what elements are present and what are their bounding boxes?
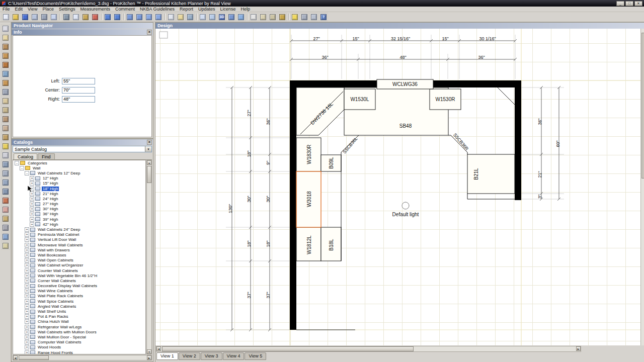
tree-expander-icon[interactable]: +: [25, 335, 29, 339]
select-tool-button[interactable]: [1, 24, 10, 33]
zoom-fit-button[interactable]: [154, 13, 163, 21]
tree-item-42-high[interactable]: +42" High: [13, 222, 145, 227]
menu-item-settings[interactable]: Settings: [56, 7, 78, 12]
import-button[interactable]: [30, 13, 39, 21]
menu-item-nkba-guidelines[interactable]: NKBA Guidelines: [137, 7, 177, 12]
tree-item-peninsula-wall-cabinet[interactable]: +Peninsula Wall Cabinet: [13, 232, 145, 237]
tree-expander-icon[interactable]: +: [25, 314, 29, 319]
tree-expander-icon[interactable]: +: [25, 289, 29, 293]
catalogs-close-icon[interactable]: ✕: [147, 140, 152, 145]
tree-expander-icon[interactable]: +: [30, 202, 34, 206]
menu-item-report[interactable]: Report: [177, 7, 196, 12]
tree-expander-icon[interactable]: +: [30, 222, 34, 227]
menu-item-updates[interactable]: Updates: [196, 7, 218, 12]
copy-button[interactable]: [71, 13, 80, 21]
text-tool-button[interactable]: [1, 151, 10, 159]
zoom-in-button[interactable]: [125, 13, 134, 21]
plan-view-button[interactable]: [198, 13, 207, 21]
paste-button[interactable]: [81, 13, 90, 21]
tree-item-wall-with-vegetable-bin-46-1-2-h[interactable]: +Wall With Vegetable Bin 46 1/2"H: [13, 273, 145, 278]
flooring-tool-button[interactable]: [1, 214, 10, 223]
scrollbar-thumb[interactable]: [19, 355, 49, 360]
view-tab-view-5[interactable]: View 5: [245, 352, 266, 360]
tree-expander-icon[interactable]: +: [25, 232, 29, 237]
tree-expander-icon[interactable]: +: [25, 294, 29, 298]
scrollbar-thumb[interactable]: [147, 166, 151, 183]
lighting-button[interactable]: [290, 13, 299, 21]
tree-item-counter-wall-cabinets[interactable]: +Counter Wall Cabinets: [13, 268, 145, 273]
title-bar[interactable]: C:\Users\Test\Documents\ProKitchen\demo_…: [0, 0, 644, 7]
3d-view-button[interactable]: 3D: [217, 13, 226, 21]
render-button[interactable]: [236, 13, 246, 21]
settings-button[interactable]: [300, 13, 309, 21]
tree-item-microwave-wall-cabinets[interactable]: +Microwave Wall Cabinets: [13, 242, 145, 247]
menu-item-comment[interactable]: Comment: [113, 7, 137, 12]
molding-tool-button[interactable]: [1, 115, 10, 123]
tree-item-30-high[interactable]: +30" High: [13, 207, 145, 212]
wall-tool-button[interactable]: [1, 42, 10, 51]
redo-button[interactable]: [113, 13, 122, 21]
tree-expander-icon[interactable]: +: [25, 330, 29, 334]
perspective-view-button[interactable]: [227, 13, 236, 21]
measure-tool-button[interactable]: [1, 169, 10, 177]
notes-tool-button[interactable]: [1, 241, 10, 250]
menu-item-license[interactable]: License: [218, 7, 238, 12]
grid-button[interactable]: [309, 13, 318, 21]
tree-item-21-high[interactable]: +21" High: [13, 191, 145, 196]
view-tab-view-1[interactable]: View 1: [156, 352, 178, 360]
info-close-icon[interactable]: ✕: [147, 30, 152, 35]
tree-item-vertical-lift-door-wall[interactable]: +Vertical Lift Door Wall: [13, 237, 145, 242]
pricing-button[interactable]: [268, 13, 277, 21]
tree-expander-icon[interactable]: +: [25, 243, 29, 247]
tree-expander-icon[interactable]: +: [30, 181, 34, 186]
minimize-button[interactable]: _: [616, 1, 624, 6]
light-tool-button[interactable]: [1, 142, 10, 150]
soffit-tool-button[interactable]: [1, 124, 10, 132]
tree-item-computer-wall-cabinets[interactable]: +Computer Wall Cabinets: [13, 340, 145, 345]
tree-expander-icon[interactable]: +: [25, 319, 29, 324]
new-button[interactable]: [2, 13, 11, 21]
scroll-right-icon[interactable]: ▶: [147, 355, 151, 360]
tree-expander-icon[interactable]: +: [25, 248, 29, 252]
pan-tool-button[interactable]: [1, 33, 10, 42]
floor-plan[interactable]: WCLWG36W1530LW1530RSB48DW2736 16LSSCB36L…: [155, 29, 640, 345]
tree-expander-icon[interactable]: +: [25, 299, 29, 304]
zoom-window-button[interactable]: [144, 13, 153, 21]
scrollbar-thumb[interactable]: [162, 346, 414, 351]
center-field[interactable]: [62, 87, 95, 94]
menu-item-help[interactable]: Help: [238, 7, 253, 12]
pointer-button[interactable]: [167, 13, 176, 21]
tree-expander-icon[interactable]: +: [30, 192, 34, 196]
tree-expander-icon[interactable]: +: [30, 212, 34, 216]
tree-expander-icon[interactable]: +: [25, 304, 29, 309]
tree-expander-icon[interactable]: +: [25, 268, 29, 273]
scroll-left-icon[interactable]: ◀: [156, 346, 161, 351]
island-tool-button[interactable]: [1, 133, 10, 141]
tree-item-wall-open-cabinets[interactable]: +Wall Open Cabinets: [13, 258, 145, 263]
design-vscrollbar[interactable]: [640, 29, 644, 345]
design-header[interactable]: Design: [155, 23, 644, 29]
tree-expander-icon[interactable]: +: [25, 263, 29, 267]
tree-item-39-high[interactable]: +39" High: [13, 217, 145, 222]
tree-item-decorative-display-wall-cabinets[interactable]: +Decorative Display Wall Cabinets: [13, 284, 145, 289]
menu-item-edit[interactable]: Edit: [13, 7, 26, 12]
tree-item-wall[interactable]: -Wall: [13, 165, 145, 170]
catalog-tab-catalog[interactable]: Catalog: [14, 153, 37, 159]
tree-expander-icon[interactable]: -: [25, 171, 29, 175]
cut-button[interactable]: [62, 13, 71, 21]
menu-item-measurements[interactable]: Measurements: [77, 7, 113, 12]
tree-item-range-hood-fronts[interactable]: +Range Hood Fronts: [13, 350, 145, 354]
tree-item-categories[interactable]: -Categories: [13, 160, 145, 165]
catalog-manager-button[interactable]: [278, 13, 287, 21]
measure-button[interactable]: [186, 13, 195, 21]
scroll-left-icon[interactable]: ◀: [13, 355, 18, 360]
tree-expander-icon[interactable]: +: [25, 227, 29, 232]
pan-button[interactable]: [176, 13, 185, 21]
tree-expander-icon[interactable]: +: [25, 345, 29, 349]
cabinet-tool-button[interactable]: [1, 78, 10, 87]
tree-item-wall-cabinets-24-deep[interactable]: +Wall Cabinets 24" Deep: [13, 227, 145, 232]
countertop-tool-button[interactable]: [1, 97, 10, 105]
close-button[interactable]: ✕: [634, 1, 642, 6]
save-button[interactable]: [21, 13, 30, 21]
right-field[interactable]: [62, 96, 95, 103]
